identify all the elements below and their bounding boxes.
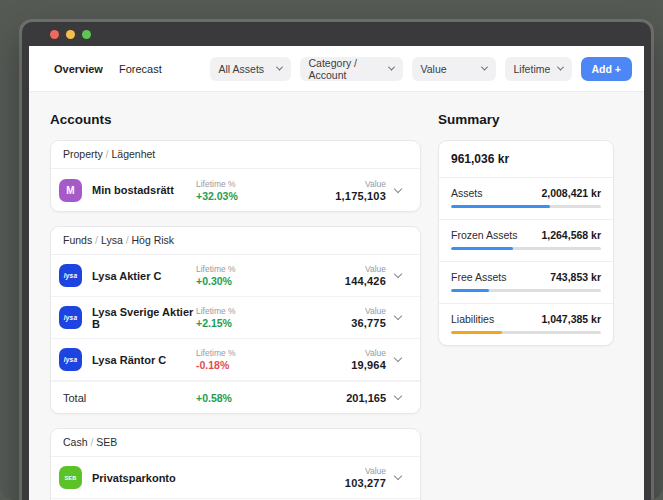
accounts-column: Accounts Property / Lägenhet M Min bosta…: [50, 110, 421, 500]
window-titlebar: [22, 22, 651, 46]
lifetime-value: +2.15%: [196, 317, 304, 329]
expand-row-button[interactable]: [386, 476, 410, 479]
lysa-logo-icon: lysa: [59, 306, 82, 329]
metric-dropdown[interactable]: Value: [412, 57, 496, 81]
account-group-funds: Funds / Lysa / Hög Risk lysa Lysa Aktier…: [50, 226, 421, 414]
progress-bar-track: [451, 331, 601, 334]
summary-row-label: Frozen Assets: [451, 229, 518, 241]
value-metric: Value 103,277: [304, 466, 386, 489]
account-name: Lysa Aktier C: [92, 270, 196, 282]
account-value: 103,277: [304, 477, 386, 489]
summary-row-value: 2,008,421 kr: [541, 187, 601, 199]
lifetime-metric: Lifetime % +2.15%: [196, 306, 304, 329]
assets-filter-dropdown[interactable]: All Assets: [210, 57, 291, 81]
category-label: Property: [63, 148, 103, 160]
account-row-privatsparkonto[interactable]: SEB Privatsparkonto Value 103,277: [51, 457, 420, 499]
expand-row-button[interactable]: [386, 396, 410, 399]
account-value: 144,426: [304, 275, 386, 287]
expand-row-button[interactable]: [386, 189, 410, 192]
value-metric: Value 36,775: [304, 306, 386, 329]
subcategory-label: Lysa: [101, 234, 123, 246]
account-value: 36,775: [304, 317, 386, 329]
account-letter-icon: M: [59, 179, 82, 202]
progress-bar-track: [451, 247, 601, 250]
group-header-funds: Funds / Lysa / Hög Risk: [51, 227, 420, 255]
category-label: Funds: [63, 234, 92, 246]
group-header-cash: Cash / SEB: [51, 429, 420, 457]
value-label: Value: [304, 348, 386, 358]
tab-forecast[interactable]: Forecast: [119, 63, 162, 75]
close-window-button[interactable]: [50, 30, 59, 39]
progress-bar-fill: [451, 205, 550, 208]
expand-row-button[interactable]: [386, 358, 410, 361]
filter-bar: All Assets Category / Account Value Life…: [210, 57, 632, 81]
net-worth-value: 961,036 kr: [439, 141, 613, 178]
summary-row-label: Liabilities: [451, 313, 494, 325]
summary-row-liabilities: Liabilities 1,047,385 kr: [439, 304, 613, 345]
account-row-lysa-rantor-c[interactable]: lysa Lysa Räntor C Lifetime % -0.18% Val…: [51, 339, 420, 381]
account-row-lysa-aktier-c[interactable]: lysa Lysa Aktier C Lifetime % +0.30% Val…: [51, 255, 420, 297]
lifetime-value: -0.18%: [196, 359, 304, 371]
add-button[interactable]: Add +: [581, 57, 632, 81]
funds-total-row[interactable]: Total +0.58% 201,165: [51, 381, 420, 413]
lifetime-label: Lifetime %: [196, 179, 304, 189]
value-label: Value: [304, 466, 386, 476]
chevron-down-icon: [394, 354, 402, 362]
accounts-title: Accounts: [50, 112, 421, 127]
grouping-value: Category / Account: [309, 57, 389, 81]
lifetime-label: Lifetime %: [196, 306, 304, 316]
progress-bar-track: [451, 205, 601, 208]
account-name: Min bostadsrätt: [92, 184, 196, 196]
chevron-down-icon: [556, 64, 563, 71]
tab-overview[interactable]: Overview: [54, 63, 103, 75]
summary-row-assets: Assets 2,008,421 kr: [439, 178, 613, 220]
account-group-cash: Cash / SEB SEB Privatsparkonto Value 103…: [50, 428, 421, 500]
value-label: Value: [304, 264, 386, 274]
assets-filter-value: All Assets: [219, 63, 265, 75]
summary-column: Summary 961,036 kr Assets 2,008,421 kr: [438, 110, 614, 500]
account-name: Lysa Sverige Aktier B: [92, 306, 196, 330]
subcategory-label: Lägenhet: [111, 148, 155, 160]
category-label: Cash: [63, 436, 88, 448]
period-dropdown[interactable]: Lifetime: [505, 57, 572, 81]
chevron-down-icon: [394, 184, 402, 192]
minimize-window-button[interactable]: [66, 30, 75, 39]
expand-row-button[interactable]: [386, 274, 410, 277]
summary-row-value: 1,264,568 kr: [541, 229, 601, 241]
chevron-down-icon: [275, 64, 282, 71]
view-nav: Overview Forecast: [54, 63, 162, 75]
account-row-min-bostadsratt[interactable]: M Min bostadsrätt Lifetime % +32.03% Val…: [51, 169, 420, 211]
screenshot-stage: Overview Forecast All Assets Category / …: [0, 0, 663, 500]
total-label: Total: [63, 392, 196, 404]
toolbar: Overview Forecast All Assets Category / …: [29, 46, 644, 92]
zoom-window-button[interactable]: [82, 30, 91, 39]
account-value: 19,964: [304, 359, 386, 371]
lysa-logo-icon: lysa: [59, 264, 82, 287]
lifetime-metric: Lifetime % +0.30%: [196, 264, 304, 287]
lifetime-label: Lifetime %: [196, 348, 304, 358]
summary-title: Summary: [438, 112, 614, 127]
summary-row-value: 743,853 kr: [550, 271, 601, 283]
summary-row-free-assets: Free Assets 743,853 kr: [439, 262, 613, 304]
value-metric: Value 1,175,103: [304, 179, 386, 202]
expand-row-button[interactable]: [386, 316, 410, 319]
lifetime-metric: Lifetime % -0.18%: [196, 348, 304, 371]
chevron-down-icon: [480, 64, 487, 71]
account-name: Lysa Räntor C: [92, 354, 196, 366]
subcategory-label: SEB: [96, 436, 117, 448]
value-label: Value: [304, 306, 386, 316]
account-row-lysa-sverige-aktier-b[interactable]: lysa Lysa Sverige Aktier B Lifetime % +2…: [51, 297, 420, 339]
value-metric: Value 144,426: [304, 264, 386, 287]
summary-row-label: Free Assets: [451, 271, 506, 283]
lifetime-label: Lifetime %: [196, 264, 304, 274]
progress-bar-fill: [451, 289, 489, 292]
chevron-down-icon: [394, 472, 402, 480]
grouping-dropdown[interactable]: Category / Account: [300, 57, 403, 81]
progress-bar-fill: [451, 331, 502, 334]
account-value: 1,175,103: [304, 190, 386, 202]
window-content: Overview Forecast All Assets Category / …: [29, 46, 644, 500]
lysa-logo-icon: lysa: [59, 348, 82, 371]
lifetime-metric: Lifetime % +32.03%: [196, 179, 304, 202]
summary-card: 961,036 kr Assets 2,008,421 kr: [438, 140, 614, 346]
subcategory-label: Hög Risk: [132, 234, 175, 246]
